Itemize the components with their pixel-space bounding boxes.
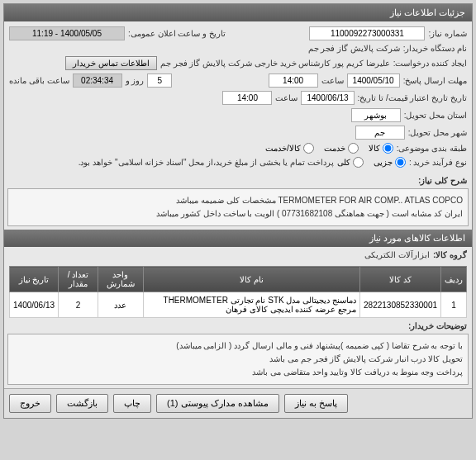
need-no-value: 1100092273000331 [309,26,425,40]
province-label: استان محل تحویل: [404,111,467,120]
table-row[interactable]: 1 2822130852330001 دماسنج دیجیتالی مدل S… [10,292,467,318]
cell-name: دماسنج دیجیتالی مدل STK نام تجارتی THERM… [143,292,359,318]
valid-date-value: 1400/06/13 [301,91,354,105]
radio-goods-input[interactable] [383,143,393,154]
goods-group-value: ابزارآلات الکتریکی [364,250,430,259]
requester-label: ایجاد کننده درخواست: [393,59,467,68]
panel-title: جزئیات اطلاعات نیاز [390,7,465,17]
goods-panel-title: اطلاعات کالاهای مورد نیاز [369,233,465,243]
cell-n: 1 [441,292,467,318]
announce-label: تاریخ و ساعت اعلان عمومی: [128,29,226,38]
note-line-2: تحویل کالا درب انبار شرکت پالایش گاز فجر… [13,353,463,366]
notes-label: توضیحات خریدار: [408,321,467,330]
cell-date: 1400/06/13 [10,292,59,318]
col-qty: تعداد / مقدار [59,267,98,292]
print-button[interactable]: چاپ [113,394,151,413]
cell-qty: 2 [59,292,98,318]
need-details-panel: جزئیات اطلاعات نیاز شماره نیاز: 11000922… [3,3,473,419]
exit-button[interactable]: خروج [9,394,51,413]
radio-full[interactable]: کلی [337,157,364,168]
cell-unit: عدد [98,292,143,318]
category-label: طبقه بندی موضوعی: [397,144,467,153]
send-time-value: 14:00 [269,74,318,88]
radio-both[interactable]: کالا/خدمت [265,143,314,154]
basic-info-section: شماره نیاز: 1100092273000331 تاریخ و ساع… [4,21,472,176]
reply-button[interactable]: پاسخ به نیاز [284,394,348,413]
requester-value: علیرضا کریم پور کارشناس خرید خارجی شرکت … [160,59,390,68]
contact-buyer-button[interactable]: اطلاعات تماس خریدار [65,56,157,70]
cell-code: 2822130852330001 [360,292,441,318]
time-label-1: ساعت [321,76,344,85]
radio-service-input[interactable] [348,143,359,154]
radio-partial-input[interactable] [395,157,406,168]
need-no-label: شماره نیاز: [428,29,467,38]
note-line-3: پرداخت وجه منوط به دریافت کالا وتایید وا… [13,366,463,379]
send-date-value: 1400/05/10 [347,74,400,88]
city-value: جم [355,126,405,140]
panel-header[interactable]: جزئیات اطلاعات نیاز [4,4,472,21]
valid-label: تاریخ تاریخ اعتبار قیمت/ تا تاریخ: [358,93,467,102]
col-code: کد کالا [360,267,441,292]
radio-service[interactable]: خدمت [324,143,359,154]
col-date: تاریخ نیاز [10,267,59,292]
city-label: شهر محل تحویل: [408,128,467,137]
remain-label: ساعت باقی مانده [9,76,69,85]
radio-goods[interactable]: کالا [369,143,393,154]
valid-time-value: 14:00 [222,91,272,105]
footer-toolbar: پاسخ به نیاز مشاهده مدارک پیوستی (1) چاپ… [4,388,472,418]
radio-full-input[interactable] [353,157,364,168]
need-description-box: TERMOMETER FOR AIR COMP.. ATLAS COPCO مش… [7,188,469,226]
col-unit: واحد شمارش [98,267,143,292]
buyer-label: نام دستگاه خریدار: [403,44,467,53]
announce-value: 1400/05/05 - 11:19 [9,26,125,40]
day-count-value: 5 [147,74,172,88]
radio-both-input[interactable] [303,143,314,154]
process-radio-group: جزیی کلی [337,157,406,168]
desc-line-2: ایران کد مشابه است ( جهت هماهنگی 0773168… [13,207,463,221]
remain-time-value: 02:34:34 [73,74,122,88]
goods-table-header-row: ردیف کد کالا نام کالا واحد شمارش تعداد /… [10,267,467,292]
col-row: ردیف [441,267,467,292]
col-name: نام کالا [143,267,359,292]
buyer-value: شرکت پالایش گاز فجر جم [308,44,400,53]
send-deadline-label: مهلت ارسال پاسخ: [403,76,467,85]
category-radio-group: کالا خدمت کالا/خدمت [265,143,393,154]
radio-partial[interactable]: جزیی [374,157,406,168]
buyer-notes-box: با توجه به شرح تقاضا ( کپی ضمیمه )پیشنها… [7,334,469,385]
goods-panel-header[interactable]: اطلاعات کالاهای مورد نیاز [4,230,472,247]
time-label-2: ساعت [275,93,298,102]
note-line-1: با توجه به شرح تقاضا ( کپی ضمیمه )پیشنها… [13,339,463,353]
process-note: پرداخت تمام یا بخشی از مبلغ خرید،از محل … [79,158,334,167]
back-button[interactable]: بازگشت [56,394,108,413]
desc-label: شرح کلی نیاز: [418,176,467,185]
attachments-button[interactable]: مشاهده مدارک پیوستی (1) [156,394,279,413]
province-value: بوشهر [351,108,401,122]
desc-line-1: TERMOMETER FOR AIR COMP.. ATLAS COPCO مش… [13,194,463,207]
goods-table: ردیف کد کالا نام کالا واحد شمارش تعداد /… [9,266,467,318]
process-label: نوع فرآیند خرید : [409,158,467,167]
goods-group-label: گروه کالا: [433,250,467,259]
day-label: روز و [126,76,145,85]
